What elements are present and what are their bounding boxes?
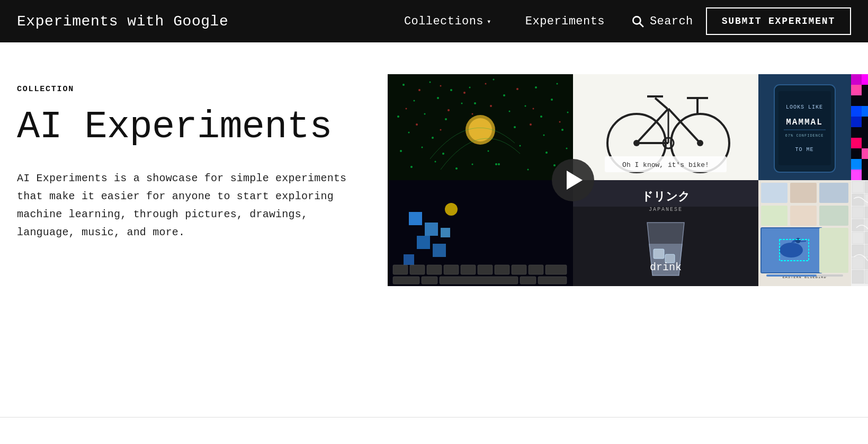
svg-point-22 (567, 112, 569, 113)
svg-rect-217 (865, 270, 868, 283)
svg-point-20 (509, 111, 511, 112)
svg-point-51 (448, 109, 450, 111)
nav-collections[interactable]: Collections ▾ (387, 0, 508, 42)
main-content: COLLECTION AI Experiments AI Experiments… (0, 42, 868, 318)
svg-rect-129 (444, 265, 459, 274)
svg-text:JAPANESE: JAPANESE (649, 207, 683, 212)
drink-svg: ドリンク JAPANESE drink (573, 180, 758, 286)
svg-text:67% CONFIDENCE: 67% CONFIDENCE (785, 134, 824, 138)
site-logo[interactable]: Experiments with Google (17, 13, 228, 30)
collection-label: COLLECTION (17, 85, 356, 94)
svg-rect-126 (393, 265, 408, 274)
svg-rect-96 (851, 117, 862, 127)
chevron-down-icon: ▾ (487, 17, 491, 26)
svg-rect-132 (495, 265, 509, 274)
svg-point-8 (493, 79, 495, 81)
svg-point-50 (406, 108, 407, 110)
image-grid-wrapper: Oh I know, it's bike! LOOKS LIKE MAMMAL (388, 74, 758, 286)
svg-rect-121 (425, 223, 438, 236)
svg-point-55 (416, 123, 418, 126)
search-label: Search (650, 15, 693, 28)
svg-rect-151 (761, 183, 788, 203)
svg-rect-106 (851, 138, 862, 148)
grid-cell-blocks (388, 180, 573, 286)
svg-rect-152 (790, 183, 817, 203)
svg-rect-156 (819, 206, 848, 226)
svg-point-10 (557, 83, 558, 85)
svg-rect-138 (440, 277, 518, 284)
svg-point-5 (402, 84, 405, 86)
svg-point-14 (503, 94, 505, 96)
svg-rect-140 (538, 277, 567, 284)
svg-point-19 (445, 118, 447, 120)
svg-rect-167 (852, 181, 864, 193)
dots-visualization (388, 74, 573, 180)
svg-point-36 (455, 167, 458, 170)
svg-rect-181 (852, 207, 864, 218)
svg-rect-174 (852, 194, 864, 206)
svg-point-35 (435, 161, 436, 163)
svg-rect-133 (512, 265, 526, 274)
svg-rect-94 (851, 106, 862, 117)
svg-point-47 (463, 92, 466, 94)
svg-rect-127 (410, 265, 425, 274)
play-icon (567, 171, 583, 190)
search-icon (631, 14, 645, 28)
grid-cell-worm (851, 180, 868, 286)
svg-point-31 (520, 145, 521, 147)
svg-point-17 (397, 116, 399, 118)
svg-point-13 (461, 103, 463, 104)
svg-rect-107 (862, 148, 868, 159)
svg-rect-135 (545, 265, 567, 274)
header-right: Search SUBMIT EXPERIMENT (631, 7, 851, 35)
svg-line-160 (801, 241, 806, 242)
svg-text:LOOKS LIKE: LOOKS LIKE (786, 104, 823, 110)
site-header: Experiments with Google Collections ▾ Ex… (0, 0, 868, 42)
svg-rect-165 (766, 274, 817, 277)
svg-point-37 (498, 163, 500, 165)
hero-image-area: Oh I know, it's bike! LOOKS LIKE MAMMAL (388, 74, 851, 286)
svg-rect-77 (778, 91, 831, 165)
svg-point-33 (566, 148, 568, 149)
svg-rect-195 (852, 232, 864, 244)
svg-rect-128 (427, 265, 442, 274)
svg-point-141 (445, 203, 458, 216)
svg-text:TO ME: TO ME (795, 147, 813, 153)
svg-rect-175 (865, 194, 868, 206)
svg-point-4 (469, 118, 492, 141)
svg-point-52 (472, 113, 473, 115)
svg-point-21 (540, 116, 542, 118)
svg-rect-153 (819, 183, 848, 203)
svg-point-41 (474, 102, 476, 104)
svg-rect-131 (478, 265, 493, 274)
svg-rect-85 (862, 74, 868, 85)
play-button[interactable] (552, 159, 594, 201)
svg-point-27 (561, 129, 563, 131)
svg-point-56 (440, 129, 442, 131)
svg-point-40 (469, 87, 471, 88)
svg-rect-139 (520, 277, 536, 284)
svg-point-58 (559, 121, 561, 123)
svg-point-42 (488, 150, 489, 152)
svg-point-0 (633, 16, 640, 24)
svg-rect-182 (865, 207, 868, 218)
svg-rect-203 (865, 245, 868, 256)
svg-rect-155 (790, 206, 817, 226)
svg-rect-86 (851, 85, 862, 95)
nav-experiments[interactable]: Experiments (508, 0, 622, 42)
svg-point-158 (780, 243, 803, 257)
svg-point-9 (535, 86, 537, 88)
bluebird-svg: EASTERN BLUEBIRD (758, 180, 851, 286)
search-button[interactable]: Search (631, 14, 693, 28)
main-nav: Collections ▾ Experiments (387, 0, 622, 42)
svg-point-28 (400, 150, 402, 152)
svg-rect-147 (654, 249, 664, 259)
svg-point-48 (485, 83, 487, 85)
svg-point-32 (545, 152, 548, 154)
submit-experiment-button[interactable]: SUBMIT EXPERIMENT (706, 7, 851, 35)
svg-point-159 (795, 238, 801, 243)
svg-point-16 (551, 99, 553, 101)
svg-rect-124 (441, 228, 450, 237)
mammal-svg: LOOKS LIKE MAMMAL 67% CONFIDENCE TO ME (758, 74, 851, 180)
svg-rect-189 (865, 219, 868, 231)
